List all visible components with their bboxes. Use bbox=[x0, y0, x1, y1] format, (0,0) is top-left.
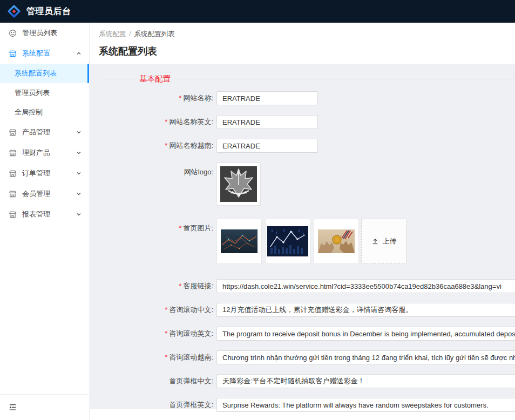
required-asterisk: * bbox=[179, 94, 181, 102]
home-popup-cn-input[interactable] bbox=[216, 374, 515, 388]
form-row-site-name: *网站名称: bbox=[90, 91, 515, 105]
sidebar-subitem-admin-list[interactable]: 管理员列表 bbox=[0, 83, 89, 103]
upload-label: 上传 bbox=[383, 236, 397, 246]
sidebar-item-system-config[interactable]: 系统配置 bbox=[0, 43, 89, 64]
chevron-down-icon bbox=[75, 130, 82, 135]
page-header: 系统配置/系统配置列表 系统配置列表 bbox=[90, 23, 515, 64]
sidebar-item-label: 会员管理 bbox=[22, 189, 75, 199]
field-label: 网站名称: bbox=[183, 94, 213, 102]
section-title: 基本配置 bbox=[139, 74, 171, 84]
sidebar-subitem-system-config-list[interactable]: 系统配置列表 bbox=[0, 64, 89, 83]
field-label: 网站名称越南: bbox=[169, 141, 213, 150]
sidebar-item-product-management[interactable]: 产品管理 bbox=[0, 122, 89, 143]
scroll-notice-cn-input[interactable] bbox=[216, 303, 515, 317]
sidebar-item-admin-list[interactable]: 管理员列表 bbox=[0, 23, 89, 43]
home-image-list bbox=[216, 219, 359, 264]
field-label: 咨询滚动中文: bbox=[169, 306, 213, 314]
smile-icon bbox=[9, 29, 17, 37]
brand-diamond-icon bbox=[7, 4, 21, 18]
breadcrumb-parent[interactable]: 系统配置 bbox=[99, 30, 126, 38]
sidebar-item-label: 理财产品 bbox=[22, 148, 75, 158]
svg-text:★: ★ bbox=[237, 192, 241, 197]
divider-line bbox=[100, 79, 134, 79]
field-label: 首页图片: bbox=[183, 224, 213, 232]
field-label: 网站logo: bbox=[184, 168, 213, 176]
required-asterisk: * bbox=[179, 224, 181, 232]
field-label: 咨询滚动英文: bbox=[169, 329, 213, 337]
upload-icon bbox=[371, 238, 379, 245]
form-row-site-logo: *网站logo: ★ ★ ★ bbox=[90, 162, 515, 206]
field-label: 网站名称英文: bbox=[169, 118, 213, 126]
upload-button[interactable]: 上传 bbox=[361, 219, 406, 264]
shop-icon bbox=[9, 170, 17, 178]
sidebar-item-label: 报表管理 bbox=[22, 209, 75, 219]
form-panel: 基本配置 *网站名称: *网站名称英文: *网站名称越南: bbox=[90, 64, 515, 409]
shop-icon bbox=[9, 190, 17, 198]
field-label: 咨询滚动越南: bbox=[169, 353, 213, 361]
page-title: 系统配置列表 bbox=[99, 45, 502, 58]
home-image-coin-hands[interactable] bbox=[314, 219, 359, 264]
sidebar-item-member-management[interactable]: 会员管理 bbox=[0, 184, 89, 204]
form-row-site-name-vn: *网站名称越南: bbox=[90, 139, 515, 153]
site-name-input[interactable] bbox=[216, 91, 318, 105]
form-row-scroll-cn: *咨询滚动中文: bbox=[90, 303, 515, 317]
svg-text:★: ★ bbox=[243, 190, 247, 195]
required-asterisk: * bbox=[165, 353, 167, 361]
shop-icon bbox=[9, 128, 17, 137]
svg-text:★: ★ bbox=[231, 190, 234, 195]
form-row-service-link: *客服链接: bbox=[90, 279, 515, 293]
required-asterisk: * bbox=[179, 282, 181, 290]
required-asterisk: * bbox=[165, 306, 167, 314]
section-divider-basic-config: 基本配置 bbox=[90, 64, 515, 84]
form-row-popup-cn: *首页弹框中文: bbox=[90, 374, 515, 388]
form-row-site-name-en: *网站名称英文: bbox=[90, 115, 515, 129]
admin-app: 管理员后台 管理员列表 系统配置 bbox=[0, 0, 515, 420]
sidebar-item-label: 系统配置 bbox=[22, 49, 75, 58]
sidebar-item-label: 产品管理 bbox=[22, 127, 75, 137]
chevron-down-icon bbox=[75, 212, 82, 217]
chevron-down-icon bbox=[75, 191, 82, 197]
sidebar-item-wealth-products[interactable]: 理财产品 bbox=[0, 143, 89, 163]
chevron-down-icon bbox=[75, 171, 82, 176]
config-form: *网站名称: *网站名称英文: *网站名称越南: *网站logo: bbox=[90, 91, 515, 412]
sidebar-subitem-label: 全局控制 bbox=[15, 107, 43, 117]
required-asterisk: * bbox=[165, 329, 167, 337]
sidebar: 管理员列表 系统配置 系统配置列表 管理员列表 全局 bbox=[0, 23, 90, 420]
home-image-chart[interactable] bbox=[265, 219, 310, 264]
sidebar-item-label: 管理员列表 bbox=[22, 28, 82, 38]
site-name-vn-input[interactable] bbox=[216, 139, 318, 153]
form-row-home-images: *首页图片: bbox=[90, 219, 515, 264]
site-name-en-input[interactable] bbox=[216, 115, 318, 129]
chevron-down-icon bbox=[75, 150, 82, 155]
sidebar-footer bbox=[0, 394, 89, 420]
maple-leaf-logo-image: ★ ★ ★ bbox=[220, 166, 257, 202]
field-label: 首页弹框中文: bbox=[169, 377, 213, 385]
site-logo-thumbnail[interactable]: ★ ★ ★ bbox=[216, 162, 261, 206]
shop-icon bbox=[9, 149, 17, 157]
sidebar-item-order-management[interactable]: 订单管理 bbox=[0, 163, 89, 184]
sidebar-subitem-label: 系统配置列表 bbox=[15, 69, 57, 78]
breadcrumb-separator: / bbox=[129, 30, 131, 38]
home-image-network[interactable] bbox=[216, 219, 262, 264]
form-row-scroll-vn: *咨询滚动越南: bbox=[90, 350, 515, 364]
scroll-notice-vn-input[interactable] bbox=[216, 350, 515, 364]
divider-line bbox=[176, 79, 515, 79]
sidebar-item-label: 订单管理 bbox=[22, 168, 75, 178]
required-asterisk: * bbox=[165, 118, 167, 126]
service-link-input[interactable] bbox=[216, 279, 515, 293]
form-row-popup-en: *首页弹框英文: bbox=[90, 398, 515, 412]
field-label: 客服链接: bbox=[183, 282, 213, 290]
shop-icon bbox=[9, 50, 17, 58]
sidebar-subitem-global-control[interactable]: 全局控制 bbox=[0, 103, 89, 122]
breadcrumb: 系统配置/系统配置列表 bbox=[99, 30, 502, 39]
sidebar-item-report-management[interactable]: 报表管理 bbox=[0, 204, 89, 225]
chevron-up-icon bbox=[75, 51, 82, 56]
sidebar-subitem-label: 管理员列表 bbox=[15, 88, 50, 98]
menu-fold-icon[interactable] bbox=[9, 403, 17, 411]
home-popup-en-input[interactable] bbox=[216, 398, 515, 412]
shop-icon bbox=[9, 211, 17, 219]
scroll-notice-en-input[interactable] bbox=[216, 327, 515, 341]
field-label: 首页弹框英文: bbox=[169, 401, 213, 409]
main-area: 系统配置/系统配置列表 系统配置列表 基本配置 *网站名称: *网站名称英文: bbox=[90, 23, 515, 420]
breadcrumb-current: 系统配置列表 bbox=[134, 30, 174, 38]
